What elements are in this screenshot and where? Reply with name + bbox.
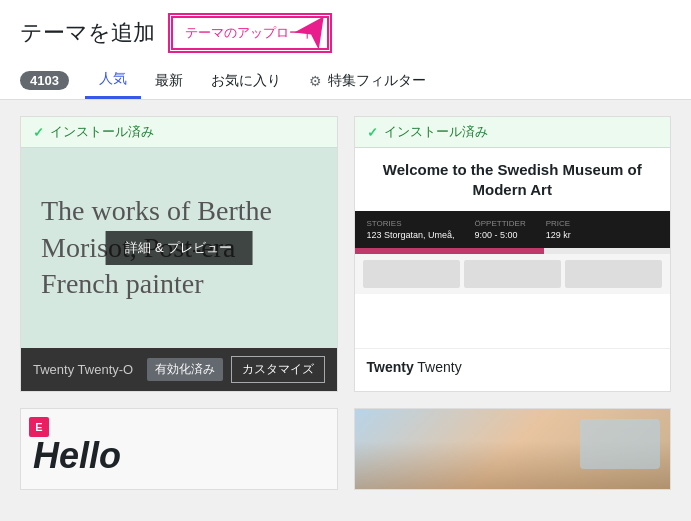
page-header: テーマを追加 テーマのアップロード 4103 人気 最新 お気に入り ⚙ 特集フ… (0, 0, 691, 100)
gear-icon: ⚙ (309, 73, 322, 89)
theme-card-photo (354, 408, 672, 490)
tabs-bar: 4103 人気 最新 お気に入り ⚙ 特集フィルター (20, 62, 671, 99)
museum-block-3 (565, 260, 662, 288)
theme-name-tt: Twenty Twenty (367, 359, 659, 375)
installed-badge-1: ✓ インストール済み (21, 117, 337, 148)
upload-theme-button[interactable]: テーマのアップロード (171, 16, 329, 50)
tab-latest[interactable]: 最新 (141, 64, 197, 98)
details-preview-btn-1[interactable]: 詳細 & プレビュー (105, 231, 252, 265)
themes-grid: ✓ インストール済み The works of Berthe Morisot, … (0, 100, 691, 506)
card-footer-1: Twenty Twenty-O 有効化済み カスタマイズ (21, 348, 337, 391)
museum-header: Welcome to the Swedish Museum of Modern … (355, 148, 671, 211)
active-badge-1: 有効化済み (147, 358, 223, 381)
installed-badge-2: ✓ インストール済み (355, 117, 671, 148)
museum-title: Welcome to the Swedish Museum of Modern … (371, 160, 655, 199)
museum-price: PRICE 129 kr (546, 219, 571, 240)
theme-card-twenty-twenty: ✓ インストール済み Welcome to the Swedish Museum… (354, 116, 672, 392)
theme-count-badge: 4103 (20, 71, 69, 90)
card-preview-3: E Hello (21, 409, 337, 489)
upload-btn-wrapper: テーマのアップロード (171, 16, 329, 50)
card-footer-2: Twenty Twenty (355, 348, 671, 385)
tab-feature-filter[interactable]: ⚙ 特集フィルター (295, 64, 440, 98)
museum-dark-bar: STORIES 123 Storgatan, Umeå, ÖPPETTIDER … (355, 211, 671, 248)
page-title: テーマを追加 (20, 18, 155, 48)
hello-text: Hello (33, 435, 121, 477)
museum-content-row (355, 254, 671, 294)
card-preview-1: The works of Berthe Morisot, Post-era Fr… (21, 148, 337, 348)
theme-card-hello: E Hello (20, 408, 338, 490)
elementor-badge: E (29, 417, 49, 437)
museum-block-2 (464, 260, 561, 288)
customize-btn-1[interactable]: カスタマイズ (231, 356, 325, 383)
tab-favorites[interactable]: お気に入り (197, 64, 295, 98)
theme-name-1: Twenty Twenty-O (33, 362, 139, 377)
museum-address: STORIES 123 Storgatan, Umeå, (367, 219, 455, 240)
theme-card-twenty-twenty-one: ✓ インストール済み The works of Berthe Morisot, … (20, 116, 338, 392)
tab-popular[interactable]: 人気 (85, 62, 141, 99)
check-icon-1: ✓ (33, 125, 44, 140)
card-preview-2: Welcome to the Swedish Museum of Modern … (355, 148, 671, 348)
museum-block-1 (363, 260, 460, 288)
card-preview-4 (355, 409, 671, 489)
museum-hours: ÖPPETTIDER 9:00 - 5:00 (475, 219, 526, 240)
header-top: テーマを追加 テーマのアップロード (20, 16, 671, 50)
check-icon-2: ✓ (367, 125, 378, 140)
